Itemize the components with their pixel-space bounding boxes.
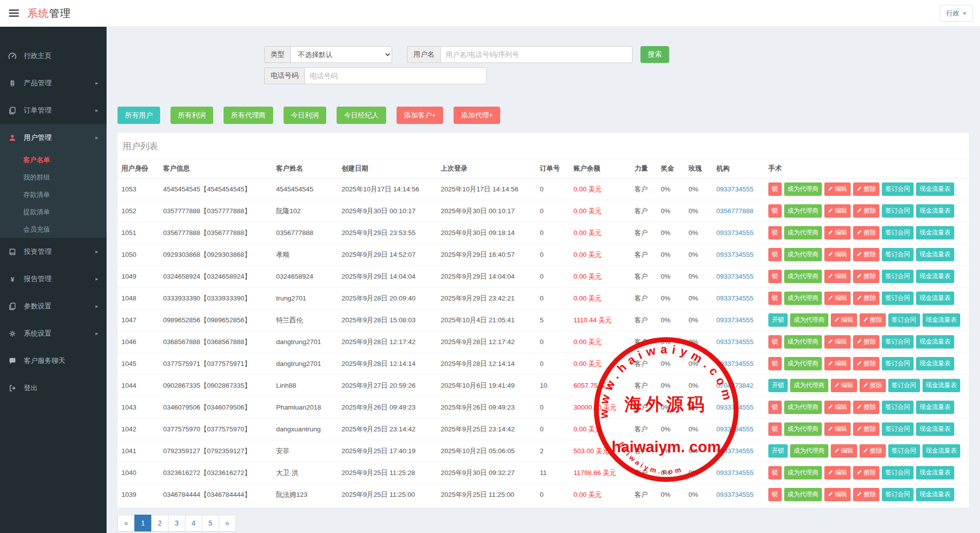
page-prev[interactable]: « bbox=[117, 515, 135, 532]
sign-contract-button[interactable]: 签订合同 bbox=[882, 292, 914, 305]
edit-button[interactable]: 编辑 bbox=[824, 401, 851, 414]
sign-contract-button[interactable]: 签订合同 bbox=[888, 444, 920, 458]
sidebar-subitem[interactable]: 客户名单 bbox=[0, 151, 107, 169]
sidebar-item-yen[interactable]: ¥报告管理▸ bbox=[0, 265, 107, 293]
sidebar-item-copy[interactable]: 订单管理▸ bbox=[0, 97, 107, 124]
sign-contract-button[interactable]: 签订合同 bbox=[882, 270, 914, 283]
edit-button[interactable]: 编辑 bbox=[824, 292, 851, 305]
agency-link[interactable]: 0933734555 bbox=[716, 295, 753, 302]
add-agent-button[interactable]: 添加代理+ bbox=[454, 107, 500, 124]
erase-button[interactable]: 擦除 bbox=[853, 270, 879, 283]
erase-button[interactable]: 擦除 bbox=[860, 444, 886, 458]
agency-link[interactable]: 0933734555 bbox=[716, 229, 753, 237]
sidebar-subitem[interactable]: 我的群组 bbox=[0, 169, 107, 186]
sign-contract-button[interactable]: 签订合同 bbox=[882, 357, 914, 370]
lock-button[interactable]: 锁 bbox=[768, 357, 782, 370]
edit-button[interactable]: 编辑 bbox=[824, 182, 851, 196]
erase-button[interactable]: 擦除 bbox=[853, 292, 879, 305]
page-1[interactable]: 1 bbox=[134, 515, 152, 532]
erase-button[interactable]: 擦除 bbox=[853, 488, 879, 501]
cashflow-button[interactable]: 现金流量表 bbox=[916, 204, 954, 218]
erase-button[interactable]: 擦除 bbox=[853, 248, 879, 261]
edit-button[interactable]: 编辑 bbox=[824, 270, 851, 283]
edit-button[interactable]: 编辑 bbox=[824, 466, 851, 479]
user-role-dropdown[interactable]: 行政 bbox=[940, 5, 973, 22]
all-profit-button[interactable]: 所有利润 bbox=[171, 107, 213, 124]
erase-button[interactable]: 擦除 bbox=[853, 466, 879, 479]
cashflow-button[interactable]: 现金流量表 bbox=[916, 357, 954, 370]
agency-link[interactable]: 0933734555 bbox=[716, 251, 753, 258]
erase-button[interactable]: 擦除 bbox=[860, 379, 886, 392]
lock-button[interactable]: 锁 bbox=[768, 204, 782, 218]
agency-link[interactable]: 0933734555 bbox=[716, 316, 753, 324]
edit-button[interactable]: 编辑 bbox=[824, 226, 851, 239]
become-agent-button[interactable]: 成为代理商 bbox=[784, 270, 822, 283]
edit-button[interactable]: 编辑 bbox=[831, 444, 857, 458]
erase-button[interactable]: 擦除 bbox=[853, 357, 879, 370]
sidebar-item-dashboard[interactable]: 行政主页 bbox=[0, 42, 107, 69]
sidebar-subitem[interactable]: 提款清单 bbox=[0, 203, 107, 221]
cashflow-button[interactable]: 现金流量表 bbox=[916, 401, 954, 414]
sidebar-item-logout[interactable]: 登出 bbox=[0, 374, 107, 402]
sign-contract-button[interactable]: 签订合同 bbox=[882, 226, 914, 239]
type-select[interactable]: 不选择默认 bbox=[290, 46, 392, 63]
cashflow-button[interactable]: 现金流量表 bbox=[916, 466, 954, 479]
page-3[interactable]: 3 bbox=[168, 515, 185, 532]
sign-contract-button[interactable]: 签订合同 bbox=[882, 182, 914, 196]
sidebar-item-copy[interactable]: 参数设置▸ bbox=[0, 293, 107, 320]
lock-button[interactable]: 锁 bbox=[768, 226, 782, 239]
sidebar-item-bitcoin[interactable]: B产品管理▸ bbox=[0, 69, 107, 97]
sign-contract-button[interactable]: 签订合同 bbox=[882, 401, 914, 414]
sign-contract-button[interactable]: 签订合同 bbox=[882, 204, 914, 218]
page-next[interactable]: » bbox=[219, 515, 236, 532]
add-customer-button[interactable]: 添加客户+ bbox=[397, 107, 443, 124]
become-agent-button[interactable]: 成为代理商 bbox=[784, 248, 822, 261]
lock-button[interactable]: 锁 bbox=[768, 292, 782, 305]
become-agent-button[interactable]: 成为代理商 bbox=[784, 182, 822, 196]
erase-button[interactable]: 擦除 bbox=[853, 182, 879, 196]
sign-contract-button[interactable]: 签订合同 bbox=[882, 248, 914, 261]
erase-button[interactable]: 擦除 bbox=[853, 335, 879, 349]
agency-link[interactable]: 0933734555 bbox=[716, 338, 753, 346]
become-agent-button[interactable]: 成为代理商 bbox=[790, 379, 828, 392]
cashflow-button[interactable]: 现金流量表 bbox=[916, 270, 954, 283]
become-agent-button[interactable]: 成为代理商 bbox=[784, 204, 822, 218]
edit-button[interactable]: 编辑 bbox=[824, 357, 851, 370]
unlock-button[interactable]: 开锁 bbox=[768, 379, 788, 392]
hamburger-menu-icon[interactable] bbox=[9, 8, 19, 18]
today-brokers-button[interactable]: 今日经纪人 bbox=[337, 107, 386, 124]
all-users-button[interactable]: 所有用户 bbox=[117, 107, 160, 124]
sidebar-item-gear[interactable]: 系统设置▸ bbox=[0, 320, 107, 347]
cashflow-button[interactable]: 现金流量表 bbox=[922, 313, 961, 327]
sidebar-item-book[interactable]: 投资管理▸ bbox=[0, 238, 107, 265]
become-agent-button[interactable]: 成为代理商 bbox=[784, 488, 822, 501]
agency-link[interactable]: 0933734555 bbox=[716, 447, 753, 455]
page-5[interactable]: 5 bbox=[202, 515, 219, 532]
erase-button[interactable]: 擦除 bbox=[853, 422, 879, 436]
cashflow-button[interactable]: 现金流量表 bbox=[916, 248, 954, 261]
cashflow-button[interactable]: 现金流量表 bbox=[916, 422, 954, 436]
become-agent-button[interactable]: 成为代理商 bbox=[784, 401, 822, 414]
become-agent-button[interactable]: 成为代理商 bbox=[784, 335, 822, 349]
agency-link[interactable]: 0933734555 bbox=[716, 185, 753, 193]
agency-link[interactable]: 0704273842 bbox=[716, 382, 753, 389]
sidebar-item-user[interactable]: 用户管理▸ bbox=[0, 124, 107, 151]
agency-link[interactable]: 0933734555 bbox=[716, 425, 753, 433]
agency-link[interactable]: 0356777888 bbox=[716, 207, 753, 215]
cashflow-button[interactable]: 现金流量表 bbox=[916, 335, 954, 349]
edit-button[interactable]: 编辑 bbox=[824, 422, 851, 436]
sign-contract-button[interactable]: 签订合同 bbox=[888, 313, 920, 327]
edit-button[interactable]: 编辑 bbox=[824, 204, 851, 218]
cashflow-button[interactable]: 现金流量表 bbox=[922, 444, 961, 458]
sign-contract-button[interactable]: 签订合同 bbox=[882, 488, 914, 501]
lock-button[interactable]: 锁 bbox=[768, 182, 782, 196]
lock-button[interactable]: 锁 bbox=[768, 270, 782, 283]
agency-link[interactable]: 0933734555 bbox=[716, 404, 753, 411]
today-profit-button[interactable]: 今日利润 bbox=[284, 107, 326, 124]
sidebar-subitem[interactable]: 会员充值 bbox=[0, 221, 107, 238]
cashflow-button[interactable]: 现金流量表 bbox=[916, 182, 954, 196]
cashflow-button[interactable]: 现金流量表 bbox=[916, 226, 954, 239]
sign-contract-button[interactable]: 签订合同 bbox=[882, 335, 914, 349]
erase-button[interactable]: 擦除 bbox=[853, 204, 879, 218]
lock-button[interactable]: 锁 bbox=[768, 335, 782, 349]
